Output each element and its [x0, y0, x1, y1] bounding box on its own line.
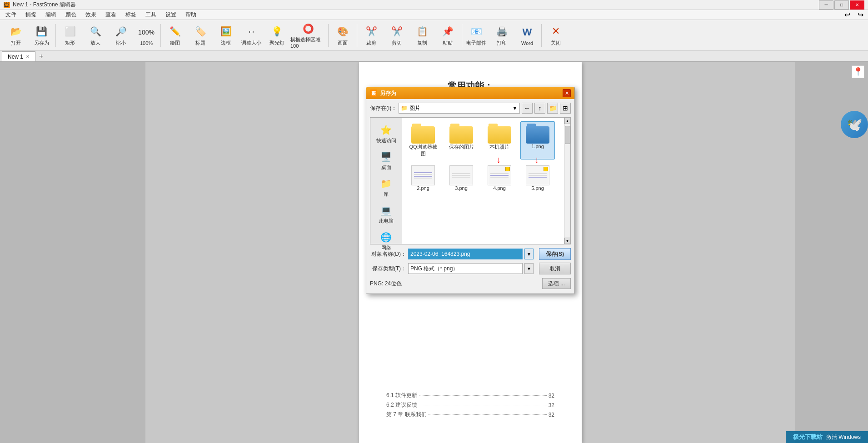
filetype-dropdown[interactable]: ▼: [524, 263, 534, 274]
location-dropdown-arrow[interactable]: ▼: [512, 105, 518, 111]
tab-label: New 1: [8, 54, 23, 60]
file-item-1png[interactable]: 1.png: [520, 121, 555, 159]
file-item-qq[interactable]: QQ浏览器截图: [406, 121, 440, 159]
nav-this-pc[interactable]: 💻 此电脑: [373, 202, 400, 227]
scrollbar-up-button[interactable]: ▲: [564, 118, 571, 124]
map-button[interactable]: 📍: [852, 65, 864, 78]
scrollbar-thumb[interactable]: [565, 126, 570, 144]
copy-button[interactable]: 📋 复制: [410, 22, 434, 49]
file-item-5png[interactable]: 5.png ↓: [520, 163, 555, 193]
nav-up-button[interactable]: ↑: [534, 103, 545, 114]
zoom-in-icon: 🔍: [88, 24, 103, 39]
filename-dropdown[interactable]: ▼: [524, 249, 534, 259]
menu-tools[interactable]: 工具: [142, 10, 160, 20]
file-item-local-photos[interactable]: 本机照片: [482, 121, 517, 159]
dialog-title-icon: 🖼: [370, 90, 377, 97]
nav-desktop[interactable]: 🖥️ 桌面: [373, 148, 400, 173]
cancel-button[interactable]: 取消: [539, 263, 571, 274]
draw-button[interactable]: ✏️ 绘图: [163, 22, 187, 49]
menu-color[interactable]: 颜色: [62, 10, 80, 20]
toolbar: 📂 打开 💾 另存为 ⬜ 矩形 🔍 放大 🔎 缩小 100% 100% ✏️ 绘…: [0, 20, 868, 51]
border-button[interactable]: 🖼️ 边框: [214, 22, 238, 49]
minimize-button[interactable]: ─: [819, 0, 833, 10]
email-button[interactable]: 📧 电子邮件: [464, 22, 489, 49]
app-icon: 🖼: [4, 2, 10, 8]
nav-back-button[interactable]: ←: [522, 103, 533, 114]
print-button[interactable]: 🖨️ 打印: [489, 22, 514, 49]
nav-newfolder-button[interactable]: 📁: [547, 103, 558, 114]
folder-icon-local: [488, 124, 511, 144]
menu-settings[interactable]: 设置: [162, 10, 180, 20]
save-as-button[interactable]: 💾 另存为: [29, 22, 54, 49]
crop-button[interactable]: ✂️ 裁剪: [359, 22, 384, 49]
menu-file[interactable]: 文件: [2, 10, 20, 20]
file-item-2png[interactable]: 2.png: [406, 163, 440, 193]
tag-button[interactable]: 🏷️ 标题: [188, 22, 213, 49]
tab-bar: New 1 ✕ +: [0, 51, 868, 62]
options-button[interactable]: 选项 ...: [542, 278, 571, 289]
menu-edit[interactable]: 编辑: [42, 10, 60, 20]
zoom-100-icon: 100%: [139, 25, 154, 40]
menu-help[interactable]: 帮助: [182, 10, 200, 20]
dialog-statusbar: PNG: 24位色 选项 ...: [370, 277, 571, 290]
menu-view[interactable]: 查看: [102, 10, 120, 20]
menu-effect[interactable]: 效果: [82, 10, 100, 20]
spotlight-button[interactable]: 💡 聚光灯: [264, 22, 289, 49]
location-bar: 保存在(I)： 📁 图片 ▼ ← ↑ 📁 ⊞: [370, 103, 571, 114]
dialog-title: 🖼 另存为: [370, 90, 396, 97]
quick-access-icon: ⭐: [380, 124, 393, 136]
tab-new1[interactable]: New 1 ✕: [2, 51, 35, 61]
tab-close-icon[interactable]: ✕: [26, 54, 30, 59]
border-icon: 🖼️: [219, 24, 233, 39]
dialog-scrollbar: ▲ ▼: [564, 118, 570, 244]
close-tab-button[interactable]: ✕ 关闭: [544, 22, 568, 49]
zoom-100-button[interactable]: 100% 100%: [134, 22, 159, 49]
tab-add-button[interactable]: +: [35, 51, 47, 61]
location-select[interactable]: 📁 图片 ▼: [399, 103, 520, 114]
maximize-button[interactable]: □: [834, 0, 849, 10]
paste-button[interactable]: 📌 粘贴: [435, 22, 460, 49]
desktop-icon: 🖥️: [380, 150, 393, 163]
filetype-select[interactable]: PNG 格式（*.png）: [408, 263, 523, 274]
cut-button[interactable]: ✂️ 剪切: [384, 22, 409, 49]
word-button[interactable]: W Word: [515, 22, 539, 49]
red-arrow-4png: ↓: [496, 154, 501, 165]
resize-button[interactable]: ↔️ 调整大小: [239, 22, 264, 49]
marker-4png: [505, 167, 510, 171]
save-button[interactable]: 保存(S): [539, 248, 571, 260]
nav-view-button[interactable]: ⊞: [560, 103, 571, 114]
undo-button[interactable]: ↩: [842, 10, 853, 19]
zoom-out-button[interactable]: 🔎 缩小: [109, 22, 133, 49]
png-thumb-4: [488, 165, 511, 185]
separator-2: [160, 24, 161, 47]
canvas-button[interactable]: 🎨 画面: [330, 22, 355, 49]
library-icon: 📁: [380, 177, 393, 190]
filename-label: 对象名称(D)：: [370, 250, 406, 258]
close-window-button[interactable]: ✕: [850, 0, 864, 10]
zoom-in-button[interactable]: 🔍 放大: [83, 22, 108, 49]
nav-library[interactable]: 📁 库: [373, 175, 400, 200]
nav-quick-access[interactable]: ⭐ 快速访问: [373, 121, 400, 146]
scrollbar-down-button[interactable]: ▼: [564, 238, 571, 244]
title-bar: 🖼 New 1 - FastStone 编辑器 ─ □ ✕: [0, 0, 868, 10]
filename-input[interactable]: [408, 249, 523, 259]
redo-button[interactable]: ↪: [855, 10, 866, 19]
file-item-saved[interactable]: 保存的图片: [444, 121, 479, 159]
file-item-3png[interactable]: 3.png: [444, 163, 479, 193]
activate-text: 激活 Windows: [826, 433, 861, 441]
file-item-4png[interactable]: 4.png ↓: [482, 163, 517, 193]
dialog-titlebar: 🖼 另存为 ✕: [366, 87, 574, 99]
folder-icon-1png: [526, 124, 549, 144]
cut-icon: ✂️: [389, 24, 404, 39]
red-arrow-5png: ↓: [534, 154, 539, 165]
select-button[interactable]: ⭕ 横椭选择区域100: [290, 22, 326, 49]
separator-3: [328, 24, 329, 47]
menu-capture[interactable]: 捕捉: [22, 10, 40, 20]
menu-tag[interactable]: 标签: [122, 10, 140, 20]
dialog-close-button[interactable]: ✕: [563, 89, 571, 97]
open-button[interactable]: 📂 打开: [4, 22, 28, 49]
rect-button[interactable]: ⬜ 矩形: [58, 22, 82, 49]
save-as-icon: 💾: [34, 24, 49, 39]
open-icon: 📂: [9, 24, 23, 39]
zoom-out-icon: 🔎: [114, 24, 128, 39]
